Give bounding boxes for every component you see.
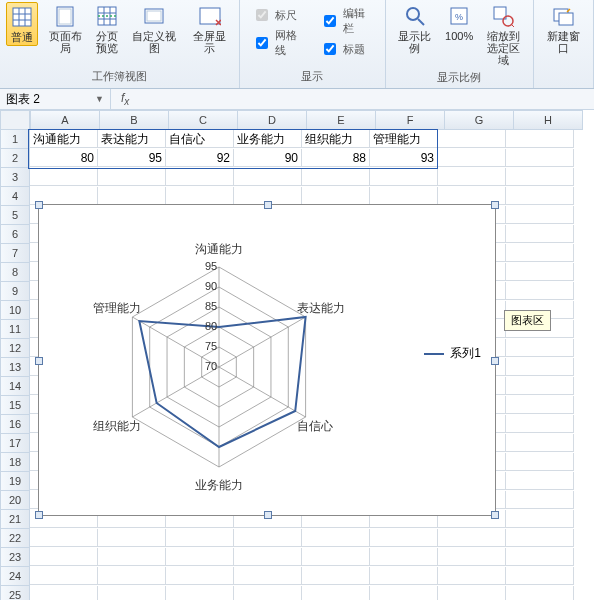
cell[interactable]: 80 — [30, 149, 98, 167]
col-header[interactable]: D — [238, 110, 307, 130]
cell[interactable] — [234, 586, 302, 600]
cell[interactable] — [506, 548, 574, 566]
cell[interactable] — [166, 548, 234, 566]
cell[interactable]: 组织能力 — [302, 130, 370, 148]
cell[interactable] — [506, 415, 574, 433]
col-header[interactable]: G — [445, 110, 514, 130]
row-header[interactable]: 10 — [0, 301, 30, 320]
cell[interactable] — [438, 567, 506, 585]
col-header[interactable]: E — [307, 110, 376, 130]
row-header[interactable]: 25 — [0, 586, 30, 600]
view-4[interactable]: 全屏显示 — [187, 2, 233, 56]
cell[interactable] — [506, 244, 574, 262]
cell[interactable]: 90 — [234, 149, 302, 167]
cell[interactable] — [506, 586, 574, 600]
cell[interactable] — [30, 548, 98, 566]
cell[interactable] — [234, 529, 302, 547]
cell[interactable] — [98, 567, 166, 585]
row-header[interactable]: 17 — [0, 434, 30, 453]
cell[interactable] — [506, 491, 574, 509]
chart-object[interactable]: 沟通能力表达能力自信心业务能力组织能力管理能力707580859095 系列1 — [38, 204, 496, 516]
col-header[interactable]: C — [169, 110, 238, 130]
window-0[interactable]: 新建窗口 — [540, 2, 587, 56]
row-header[interactable]: 3 — [0, 168, 30, 187]
cell[interactable] — [438, 168, 506, 186]
show-checkbox[interactable]: 标题 — [320, 40, 372, 58]
row-header[interactable]: 18 — [0, 453, 30, 472]
row-header[interactable]: 6 — [0, 225, 30, 244]
cell[interactable] — [166, 168, 234, 186]
row-header[interactable]: 22 — [0, 529, 30, 548]
radar-chart[interactable]: 沟通能力表达能力自信心业务能力组织能力管理能力707580859095 — [79, 217, 359, 497]
row-header[interactable]: 13 — [0, 358, 30, 377]
row-header[interactable]: 8 — [0, 263, 30, 282]
row-header[interactable]: 4 — [0, 187, 30, 206]
cell[interactable]: 业务能力 — [234, 130, 302, 148]
fx-icon[interactable]: fx — [111, 91, 139, 107]
cell[interactable] — [98, 548, 166, 566]
cell[interactable] — [302, 529, 370, 547]
view-3[interactable]: 自定义视图 — [126, 2, 182, 56]
cell[interactable]: 88 — [302, 149, 370, 167]
row-header[interactable]: 5 — [0, 206, 30, 225]
row-header[interactable]: 16 — [0, 415, 30, 434]
cell[interactable] — [506, 396, 574, 414]
cell[interactable] — [370, 187, 438, 205]
cell[interactable] — [506, 187, 574, 205]
cell[interactable] — [506, 377, 574, 395]
row-header[interactable]: 12 — [0, 339, 30, 358]
view-0[interactable]: 普通 — [6, 2, 38, 46]
cell[interactable] — [438, 548, 506, 566]
zoom-2[interactable]: 缩放到选定区域 — [480, 2, 526, 68]
cell[interactable] — [506, 263, 574, 281]
cell[interactable] — [506, 567, 574, 585]
show-checkbox[interactable]: 网格线 — [252, 28, 304, 58]
cell[interactable] — [370, 168, 438, 186]
cell[interactable] — [506, 510, 574, 528]
cell[interactable] — [438, 586, 506, 600]
cell[interactable] — [302, 586, 370, 600]
cell[interactable] — [506, 130, 574, 148]
chevron-down-icon[interactable]: ▼ — [95, 94, 104, 104]
col-header[interactable]: H — [514, 110, 583, 130]
cell[interactable] — [506, 453, 574, 471]
row-header[interactable]: 2 — [0, 149, 30, 168]
cell[interactable]: 92 — [166, 149, 234, 167]
cell[interactable] — [98, 168, 166, 186]
row-header[interactable]: 15 — [0, 396, 30, 415]
cell[interactable]: 95 — [98, 149, 166, 167]
cell[interactable] — [166, 586, 234, 600]
cell[interactable] — [506, 529, 574, 547]
cell[interactable] — [506, 339, 574, 357]
row-header[interactable]: 9 — [0, 282, 30, 301]
cell[interactable] — [166, 529, 234, 547]
cell[interactable] — [302, 548, 370, 566]
col-header[interactable]: A — [30, 110, 100, 130]
row-header[interactable]: 21 — [0, 510, 30, 529]
cell[interactable]: 沟通能力 — [30, 130, 98, 148]
cell[interactable] — [302, 168, 370, 186]
show-checkbox[interactable]: 编辑栏 — [320, 6, 372, 36]
show-checkbox[interactable]: 标尺 — [252, 6, 304, 24]
select-all-corner[interactable] — [0, 110, 30, 130]
cell[interactable] — [30, 586, 98, 600]
row-header[interactable]: 23 — [0, 548, 30, 567]
cell[interactable] — [506, 206, 574, 224]
cell[interactable] — [30, 567, 98, 585]
cell[interactable] — [370, 586, 438, 600]
cell[interactable] — [506, 168, 574, 186]
row-header[interactable]: 19 — [0, 472, 30, 491]
row-header[interactable]: 11 — [0, 320, 30, 339]
row-header[interactable]: 14 — [0, 377, 30, 396]
cell[interactable] — [234, 548, 302, 566]
zoom-1[interactable]: %100% — [442, 2, 476, 44]
cell[interactable] — [506, 358, 574, 376]
cell[interactable] — [506, 225, 574, 243]
cell[interactable] — [506, 472, 574, 490]
col-header[interactable]: F — [376, 110, 445, 130]
cell[interactable]: 管理能力 — [370, 130, 438, 148]
cell[interactable] — [30, 529, 98, 547]
cell[interactable] — [370, 567, 438, 585]
cell[interactable] — [98, 529, 166, 547]
row-header[interactable]: 1 — [0, 130, 30, 149]
